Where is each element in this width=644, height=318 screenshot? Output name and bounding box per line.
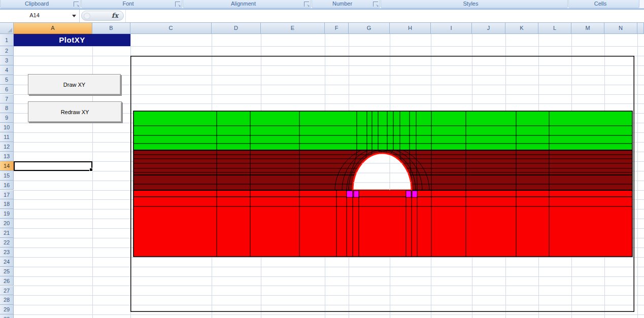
column-header-f[interactable]: F <box>325 23 349 34</box>
row-header-10[interactable]: 10 <box>0 123 14 132</box>
column-header-n[interactable]: N <box>604 23 637 34</box>
column-header-h[interactable]: H <box>390 23 431 34</box>
ribbon-group-label: Styles <box>381 1 560 7</box>
ribbon-group-number: Number <box>312 0 380 8</box>
row-header-20[interactable]: 20 <box>0 219 14 228</box>
column-header-k[interactable]: K <box>505 23 538 34</box>
formula-bar-row: A14 fx <box>0 10 644 23</box>
column-header-i[interactable]: I <box>431 23 472 34</box>
ribbon-group-label: Alignment <box>183 1 303 7</box>
row-headers: 1234567891011121314151617181920212223242… <box>0 34 14 318</box>
row-header-17[interactable]: 17 <box>0 190 14 200</box>
column-header-a[interactable]: A <box>14 23 92 34</box>
row-header-30[interactable]: 30 <box>0 314 14 318</box>
cell-area[interactable]: PlotXY Draw XY Redraw XY <box>14 34 644 318</box>
row-header-9[interactable]: 9 <box>0 113 14 123</box>
insert-function-dot <box>84 13 90 19</box>
column-header-d[interactable]: D <box>212 23 261 34</box>
row-header-2[interactable]: 2 <box>0 46 14 56</box>
select-all-corner[interactable] <box>0 23 14 34</box>
ribbon-group-cells: Cells <box>568 0 639 8</box>
row-header-5[interactable]: 5 <box>0 75 14 85</box>
row-header-19[interactable]: 19 <box>0 209 14 219</box>
row-header-3[interactable]: 3 <box>0 56 14 65</box>
row-header-6[interactable]: 6 <box>0 85 14 94</box>
row-header-21[interactable]: 21 <box>0 228 14 238</box>
selected-cell-a14[interactable] <box>14 161 92 171</box>
name-box-dropdown-icon[interactable] <box>72 15 76 17</box>
row-header-1[interactable]: 1 <box>0 34 14 46</box>
title-cell[interactable]: PlotXY <box>14 34 130 46</box>
row-header-26[interactable]: 26 <box>0 276 14 286</box>
row-header-16[interactable]: 16 <box>0 181 14 190</box>
draw-xy-button[interactable]: Draw XY <box>28 74 121 95</box>
row-header-28[interactable]: 28 <box>0 295 14 305</box>
dialog-launcher-icon[interactable] <box>373 2 378 7</box>
excel-window: ClipboardFontAlignmentNumberStylesCells … <box>0 0 644 318</box>
row-header-22[interactable]: 22 <box>0 238 14 248</box>
dialog-launcher-icon[interactable] <box>74 2 79 7</box>
embedded-mesh-chart[interactable] <box>130 56 634 312</box>
column-header-e[interactable]: E <box>261 23 325 34</box>
row-header-23[interactable]: 23 <box>0 248 14 257</box>
row-header-24[interactable]: 24 <box>0 257 14 267</box>
worksheet: ABCDEFGHIJKLMN 1234567891011121314151617… <box>0 23 644 318</box>
insert-function-button[interactable]: fx <box>81 11 124 21</box>
row-header-27[interactable]: 27 <box>0 286 14 296</box>
row-header-18[interactable]: 18 <box>0 199 14 209</box>
column-header-c[interactable]: C <box>130 23 212 34</box>
name-box[interactable]: A14 <box>0 10 80 22</box>
row-header-12[interactable]: 12 <box>0 142 14 152</box>
column-header-partial[interactable] <box>637 23 644 34</box>
row-header-14[interactable]: 14 <box>0 161 14 171</box>
formula-input[interactable] <box>126 10 644 22</box>
ribbon-group-label: Clipboard <box>1 1 73 7</box>
column-header-b[interactable]: B <box>92 23 130 34</box>
row-header-25[interactable]: 25 <box>0 267 14 276</box>
column-header-l[interactable]: L <box>538 23 571 34</box>
ribbon-group-styles: Styles <box>381 0 568 8</box>
ribbon-group-label: Cells <box>569 1 632 7</box>
row-header-4[interactable]: 4 <box>0 65 14 75</box>
row-header-7[interactable]: 7 <box>0 94 14 104</box>
ribbon-group-alignment: Alignment <box>183 0 311 8</box>
row-header-15[interactable]: 15 <box>0 171 14 181</box>
column-header-g[interactable]: G <box>349 23 390 34</box>
fx-icon: fx <box>112 12 118 19</box>
column-headers: ABCDEFGHIJKLMN <box>14 23 644 34</box>
dialog-launcher-icon[interactable] <box>175 2 180 7</box>
ribbon-group-label: Font <box>82 1 175 7</box>
column-header-j[interactable]: J <box>472 23 505 34</box>
redraw-xy-button[interactable]: Redraw XY <box>28 101 122 122</box>
ribbon-group-font: Font <box>81 0 182 8</box>
row-header-13[interactable]: 13 <box>0 152 14 161</box>
ribbon-group-label: Number <box>312 1 372 7</box>
row-header-8[interactable]: 8 <box>0 103 14 113</box>
row-header-29[interactable]: 29 <box>0 305 14 314</box>
ribbon-group-clipboard: Clipboard <box>0 0 81 8</box>
row-header-11[interactable]: 11 <box>0 132 14 142</box>
column-header-m[interactable]: M <box>571 23 604 34</box>
name-box-value: A14 <box>0 12 69 18</box>
dialog-launcher-icon[interactable] <box>304 2 309 7</box>
